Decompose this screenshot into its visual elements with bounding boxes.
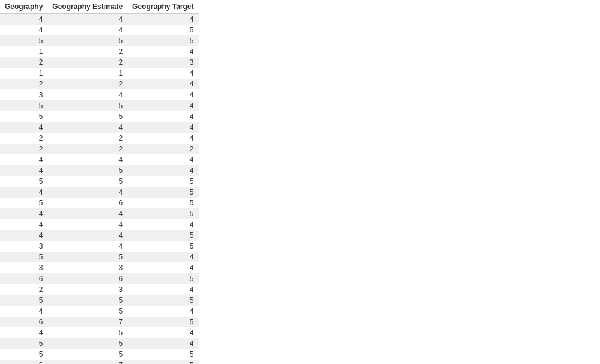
table-cell: 5: [47, 100, 127, 111]
table-cell: 5: [127, 349, 198, 360]
table-cell: 5: [47, 295, 127, 306]
table-row: 665: [0, 273, 199, 284]
table-cell: 4: [127, 284, 198, 295]
table-cell: 4: [47, 154, 127, 165]
table-cell: 2: [47, 79, 127, 89]
table-cell: 4: [127, 133, 198, 144]
table-cell: 5: [0, 111, 47, 122]
table-row: 554: [0, 111, 199, 122]
table-cell: 5: [127, 317, 198, 327]
table-row: 454: [0, 306, 199, 317]
table-cell: 2: [0, 57, 47, 68]
table-row: 445: [0, 208, 199, 219]
table-cell: 2: [127, 144, 198, 154]
table-cell: 4: [47, 208, 127, 219]
table-cell: 4: [0, 165, 47, 176]
table-cell: 4: [0, 230, 47, 241]
table-cell: 2: [0, 284, 47, 295]
table-cell: 4: [0, 327, 47, 338]
table-row: 675: [0, 317, 199, 327]
table-row: 334: [0, 262, 199, 273]
table-cell: 4: [127, 154, 198, 165]
table-cell: 4: [47, 219, 127, 230]
table-cell: 5: [0, 338, 47, 349]
table-cell: 1: [0, 46, 47, 57]
table-cell: 5: [0, 295, 47, 306]
table-cell: 5: [127, 273, 198, 284]
table-cell: 1: [0, 68, 47, 79]
table-cell: 5: [127, 198, 198, 208]
table-cell: 5: [127, 295, 198, 306]
table-cell: 5: [0, 35, 47, 46]
table-cell: 3: [0, 241, 47, 252]
data-table: Geography Geography Estimate Geography T…: [0, 0, 199, 364]
table-cell: 5: [0, 198, 47, 208]
table-container: Geography Geography Estimate Geography T…: [0, 0, 600, 364]
table-cell: 5: [47, 165, 127, 176]
table-cell: 4: [0, 219, 47, 230]
table-cell: 5: [47, 252, 127, 262]
table-cell: 4: [127, 306, 198, 317]
table-cell: 2: [0, 133, 47, 144]
table-cell: 5: [47, 306, 127, 317]
table-cell: 4: [47, 122, 127, 133]
col-header-target: Geography Target: [127, 0, 198, 14]
table-row: 554: [0, 338, 199, 349]
table-row: 454: [0, 327, 199, 338]
table-cell: 6: [47, 198, 127, 208]
table-cell: 2: [47, 144, 127, 154]
table-cell: 4: [127, 89, 198, 100]
table-cell: 5: [47, 35, 127, 46]
table-row: 445: [0, 25, 199, 35]
table-row: 444: [0, 14, 199, 25]
table-cell: 7: [47, 317, 127, 327]
table-cell: 4: [47, 187, 127, 198]
table-cell: 2: [47, 133, 127, 144]
table-cell: 5: [0, 176, 47, 187]
table-cell: 3: [47, 262, 127, 273]
table-cell: 5: [47, 327, 127, 338]
table-cell: 2: [47, 46, 127, 57]
table-cell: 4: [47, 241, 127, 252]
table-cell: 4: [47, 230, 127, 241]
table-cell: 4: [47, 89, 127, 100]
table-cell: 4: [0, 25, 47, 35]
table-row: 224: [0, 133, 199, 144]
table-row: 555: [0, 349, 199, 360]
table-cell: 2: [47, 57, 127, 68]
table-row: 445: [0, 187, 199, 198]
table-row: 555: [0, 176, 199, 187]
table-cell: 3: [127, 57, 198, 68]
table-cell: 4: [127, 46, 198, 57]
table-cell: 5: [47, 176, 127, 187]
table-cell: 4: [127, 100, 198, 111]
table-cell: 4: [0, 154, 47, 165]
table-cell: 6: [0, 317, 47, 327]
table-row: 114: [0, 68, 199, 79]
table-cell: 4: [127, 219, 198, 230]
table-cell: 4: [47, 14, 127, 25]
table-cell: 5: [127, 35, 198, 46]
table-row: 222: [0, 144, 199, 154]
table-cell: 5: [127, 241, 198, 252]
table-cell: 4: [127, 122, 198, 133]
table-row: 554: [0, 100, 199, 111]
table-cell: 4: [127, 111, 198, 122]
table-cell: 4: [127, 338, 198, 349]
table-cell: 4: [127, 68, 198, 79]
table-cell: 6: [47, 273, 127, 284]
table-cell: 4: [0, 208, 47, 219]
table-cell: 5: [47, 111, 127, 122]
table-row: 555: [0, 35, 199, 46]
col-header-estimate: Geography Estimate: [47, 0, 127, 14]
table-row: 344: [0, 89, 199, 100]
table-cell: 4: [127, 262, 198, 273]
table-row: 234: [0, 284, 199, 295]
table-row: 444: [0, 219, 199, 230]
table-cell: 5: [127, 187, 198, 198]
table-cell: 3: [47, 284, 127, 295]
table-cell: 5: [127, 25, 198, 35]
table-cell: 7: [47, 360, 127, 364]
table-cell: 5: [47, 349, 127, 360]
table-row: 224: [0, 79, 199, 89]
